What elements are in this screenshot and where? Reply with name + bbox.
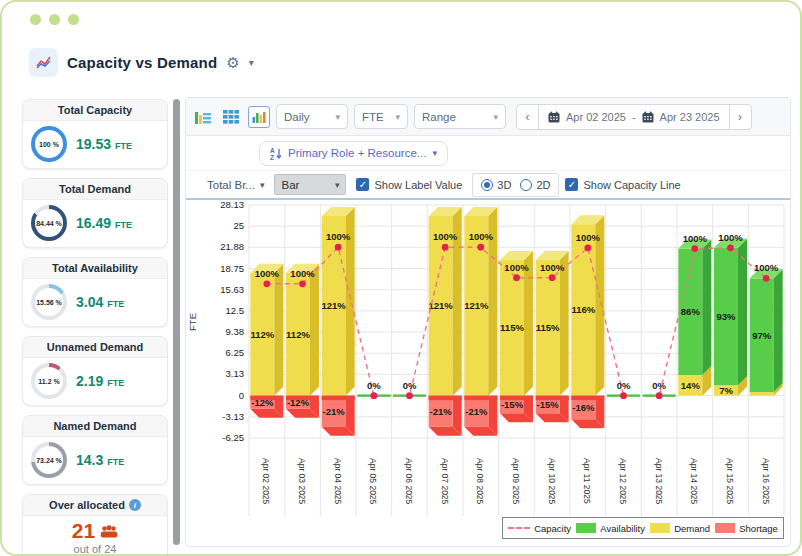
x-tick-label: Apr 14 2025	[689, 458, 699, 505]
capacity-point[interactable]	[335, 244, 342, 251]
y-tick-label: -6.25	[222, 432, 244, 443]
grouping-dropdown[interactable]: A Z Primary Role + Resource... ▾	[259, 141, 448, 166]
demand-label: 112%	[250, 329, 274, 340]
granularity-select[interactable]: Daily ▾	[276, 104, 348, 129]
view-toggle-gantt-icon[interactable]	[192, 106, 214, 128]
legend-item[interactable]: Availability	[576, 523, 645, 534]
y-tick-label: 6.25	[226, 347, 245, 358]
legend-item[interactable]: Shortage	[715, 523, 778, 534]
radio-2d[interactable]	[520, 179, 532, 191]
capacity-point[interactable]	[620, 392, 627, 399]
chart-toolbar: Daily ▾ FTE ▾ Range ▾ ‹	[186, 98, 790, 136]
x-tick-label: Apr 07 2025	[440, 458, 450, 505]
main-panel: Daily ▾ FTE ▾ Range ▾ ‹	[185, 97, 791, 547]
granularity-value: Daily	[284, 111, 310, 123]
shortage-label: -12%	[287, 397, 310, 408]
page-title: Capacity vs Demand	[67, 54, 217, 71]
date-next-button[interactable]: ›	[729, 105, 751, 129]
chevron-down-icon[interactable]: ▾	[249, 57, 254, 68]
shortage-label: -21%	[430, 406, 453, 417]
bar-shortage-cap	[429, 396, 462, 401]
stat-donut-hole: 73.24 %	[35, 446, 63, 474]
info-icon[interactable]: i	[129, 499, 141, 511]
demand-label: 112%	[286, 329, 310, 340]
capacity-point[interactable]	[442, 244, 449, 251]
stat-card: Total Capacity100 %19.53 FTE	[22, 99, 168, 169]
stat-value: 19.53 FTE	[76, 136, 132, 152]
capacity-point[interactable]	[727, 244, 734, 251]
capacity-point[interactable]	[763, 275, 770, 282]
shortage-label: -15%	[501, 399, 524, 410]
sidebar: Total Capacity100 %19.53 FTETotal Demand…	[22, 99, 168, 556]
x-tick-label: Apr 02 2025	[261, 458, 271, 505]
stat-donut: 84.44 %	[31, 205, 67, 241]
window-dot[interactable]	[30, 14, 41, 25]
view-toggle-grid-icon[interactable]	[220, 106, 242, 128]
capacity-point[interactable]	[406, 392, 413, 399]
legend-box-swatch	[650, 523, 670, 533]
y-tick-label: 3.13	[226, 368, 245, 379]
stat-value: 3.04 FTE	[76, 294, 124, 310]
legend-item[interactable]: Capacity	[508, 523, 571, 534]
capacity-point[interactable]	[477, 244, 484, 251]
chart-type-select[interactable]: Bar ▾	[274, 174, 346, 195]
calendar-icon	[642, 111, 654, 123]
view-toggle-bar-chart-icon[interactable]	[248, 106, 270, 128]
capacity-point[interactable]	[549, 274, 556, 281]
capacity-point[interactable]	[513, 274, 520, 281]
window-dot[interactable]	[49, 14, 60, 25]
stat-donut: 11.2 %	[31, 363, 67, 399]
stat-donut-hole: 100 %	[35, 130, 63, 158]
grouping-value: Primary Role + Resource...	[288, 147, 426, 159]
date-prev-button[interactable]: ‹	[517, 105, 539, 129]
y-tick-label: 9.38	[226, 326, 245, 337]
x-tick-label: Apr 11 2025	[582, 458, 592, 504]
stat-card-title: Named Demand	[23, 416, 167, 437]
bar-availability-side	[774, 269, 783, 392]
capacity-point[interactable]	[263, 280, 270, 287]
legend-label: Shortage	[739, 523, 778, 534]
capacity-point[interactable]	[656, 392, 663, 399]
y-tick-label: 21.88	[220, 241, 244, 252]
x-tick-label: Apr 16 2025	[761, 458, 771, 505]
capacity-label: 100%	[576, 232, 601, 243]
over-allocated-caption: out of 24	[23, 543, 167, 555]
capacity-point[interactable]	[299, 280, 306, 287]
capacity-point[interactable]	[370, 392, 377, 399]
capacity-label: 0%	[403, 380, 417, 391]
date-to[interactable]: Apr 23 2025	[660, 111, 720, 123]
gear-icon[interactable]: ⚙	[226, 55, 239, 70]
stat-card-body: 11.2 %2.19 FTE	[23, 358, 167, 405]
capacity-label: 100%	[255, 268, 280, 279]
chevron-down-icon: ▾	[395, 112, 400, 122]
vertical-scrollbar[interactable]	[173, 99, 180, 545]
mode-select[interactable]: Range ▾	[414, 104, 506, 129]
grouping-row: A Z Primary Role + Resource... ▾	[186, 136, 790, 171]
stat-card-title: Total Availability	[23, 258, 167, 279]
legend-item[interactable]: Demand	[650, 523, 710, 534]
breakdown-dropdown[interactable]: Total Br... ▾	[207, 179, 264, 191]
bar-demand-side	[524, 251, 533, 396]
capacity-point[interactable]	[691, 245, 698, 252]
date-range: Apr 02 2025 - Apr 23 2025	[539, 111, 729, 123]
mode-value: Range	[422, 111, 456, 123]
stat-card-title: Total Capacity	[23, 100, 167, 121]
unit-select[interactable]: FTE ▾	[354, 104, 408, 129]
chevron-down-icon: ▾	[335, 180, 340, 190]
capacity-label: 100%	[540, 262, 565, 273]
window-dot[interactable]	[68, 14, 79, 25]
capacity-chart: 28.132521.8818.7515.6312.59.386.253.130-…	[186, 200, 790, 544]
radio-3d[interactable]	[481, 179, 493, 191]
people-icon	[100, 525, 118, 538]
x-tick-label: Apr 04 2025	[333, 458, 343, 505]
show-label-value-checkbox[interactable]: ✓	[356, 178, 369, 191]
show-capacity-line-checkbox[interactable]: ✓	[565, 178, 578, 191]
demand-label: 14%	[681, 380, 701, 391]
date-from[interactable]: Apr 02 2025	[566, 111, 626, 123]
bar-demand[interactable]	[750, 392, 774, 396]
stat-card-title: Total Demand	[23, 179, 167, 200]
capacity-point[interactable]	[584, 244, 591, 251]
legend-label: Capacity	[534, 523, 571, 534]
chart-legend: CapacityAvailabilityDemandShortage	[502, 517, 784, 539]
legend-box-swatch	[576, 523, 596, 533]
